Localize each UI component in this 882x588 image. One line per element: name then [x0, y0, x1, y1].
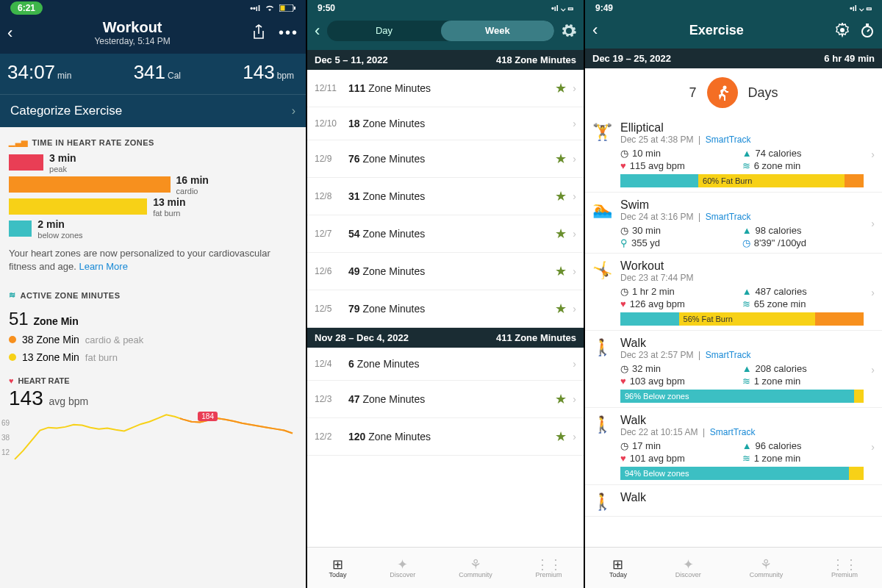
zone-label: 3 min	[49, 152, 76, 164]
zone-minutes-row[interactable]: 12/7 54 Zone Minutes ★ ›	[307, 215, 584, 253]
azm-total: 51 Zone Min	[0, 304, 306, 331]
status-bar: 9:49 •ıl ⌵ ▭	[585, 0, 882, 16]
exercise-stats: ◷ 17 min ▲ 96 calories ♥ 101 avg bpm ≋ 1…	[620, 440, 864, 464]
week-range: Nov 28 – Dec 4, 2022	[315, 332, 409, 343]
zone-label: 16 min	[176, 174, 209, 186]
exercise-timestamp: Dec 23 at 2:57 PM | SmartTrack	[620, 350, 864, 360]
exercise-timestamp: Dec 25 at 4:38 PM | SmartTrack	[620, 135, 864, 145]
azm-value: 13 Zone Min	[22, 351, 79, 363]
status-icons: •ıl ⌵ ▭	[551, 4, 573, 13]
stat-calories: ▲ 208 calories	[742, 363, 864, 374]
tab-bar: ⊞Today ✦Discover ⚘Community ⋮⋮Premium	[307, 547, 584, 588]
segment-day[interactable]: Day	[327, 21, 440, 41]
stat-calories: ▲ 74 calories	[742, 148, 864, 159]
stopwatch-icon[interactable]	[860, 23, 875, 37]
zone-bar: 94% Below zones	[620, 467, 864, 480]
azm-value: 38 Zone Min	[22, 334, 79, 345]
page-title: Workout	[12, 19, 252, 36]
learn-more-link[interactable]: Learn More	[79, 261, 127, 272]
azm-label: cardio & peak	[85, 334, 144, 345]
stat-duration: ◷ 10 min	[620, 148, 742, 159]
row-value: 31 Zone Minutes	[348, 190, 549, 202]
exercise-item[interactable]: 🚶 Walk Dec 23 at 2:57 PM | SmartTrack ◷ …	[585, 331, 882, 408]
exercise-title: Swim	[620, 198, 864, 212]
tab-premium[interactable]: ⋮⋮Premium	[831, 558, 858, 578]
zone-minutes-row[interactable]: 12/8 31 Zone Minutes ★ ›	[307, 178, 584, 215]
zone-minutes-row[interactable]: 12/3 47 Zone Minutes ★ ›	[307, 381, 584, 418]
exercise-timestamp: Dec 22 at 10:15 AM | SmartTrack	[620, 427, 864, 437]
zone-minutes-row[interactable]: 12/6 49 Zone Minutes ★ ›	[307, 253, 584, 290]
row-date: 12/7	[315, 229, 348, 239]
zone-minutes-row[interactable]: 12/10 18 Zone Minutes ›	[307, 107, 584, 140]
tab-bar: ⊞Today ✦Discover ⚘Community ⋮⋮Premium	[585, 547, 882, 588]
stat-right: ≋ 1 zone min	[742, 376, 864, 387]
tab-premium[interactable]: ⋮⋮Premium	[536, 558, 562, 578]
hr-line	[0, 413, 306, 465]
tab-discover[interactable]: ✦Discover	[675, 558, 701, 578]
categorize-row[interactable]: Categorize Exercise ›	[0, 94, 306, 127]
exercise-item[interactable]: 🚶 Walk Dec 22 at 10:15 AM | SmartTrack ◷…	[585, 408, 882, 485]
exercise-icon: 🏋	[592, 121, 613, 187]
back-button[interactable]: ‹	[315, 21, 320, 40]
zone-segment: 94% Below zones	[620, 467, 849, 480]
tab-today[interactable]: ⊞Today	[609, 558, 627, 578]
more-icon[interactable]: •••	[279, 24, 298, 41]
exercise-stats: ◷ 10 min ▲ 74 calories ♥ 115 avg bpm ≋ 6…	[620, 148, 864, 171]
exercise-item[interactable]: 🤸 Workout Dec 23 at 7:44 PM ◷ 1 hr 2 min…	[585, 254, 882, 331]
row-date: 12/3	[315, 394, 348, 404]
tab-community[interactable]: ⚘Community	[750, 558, 784, 578]
tab-community[interactable]: ⚘Community	[459, 558, 492, 578]
zone-sublabel: peak	[49, 165, 76, 173]
zone-segment	[845, 174, 864, 187]
status-icons: ••ıl	[250, 4, 295, 12]
azm-section-title: ≋ ACTIVE ZONE MINUTES	[0, 280, 306, 304]
svg-point-3	[840, 28, 845, 32]
back-button[interactable]: ‹	[592, 21, 598, 40]
hr-ytick: 12	[1, 448, 10, 456]
header: ‹ Workout Yesterday, 5:14 PM •••	[0, 16, 306, 54]
chevron-right-icon: ›	[573, 82, 576, 94]
week-total: 418 Zone Minutes	[496, 54, 576, 65]
azm-label: fat burn	[85, 352, 118, 363]
chevron-right-icon: ›	[573, 303, 576, 315]
week-header: Dec 19 – 25, 2022 6 hr 49 min	[585, 49, 882, 68]
tab-today[interactable]: ⊞Today	[329, 558, 346, 578]
row-date: 12/6	[315, 266, 348, 276]
zone-row: 3 min peak	[0, 151, 306, 173]
exercise-item[interactable]: 🚶 Walk	[585, 485, 882, 517]
status-icons: •ıl ⌵ ▭	[850, 4, 872, 13]
chevron-right-icon: ›	[871, 148, 875, 160]
zone-minutes-row[interactable]: 12/2 120 Zone Minutes ★ ›	[307, 418, 584, 456]
zone-minutes-row[interactable]: 12/9 76 Zone Minutes ★ ›	[307, 140, 584, 178]
gear-icon[interactable]	[562, 24, 576, 38]
zone-minutes-row[interactable]: 12/5 79 Zone Minutes ★ ›	[307, 290, 584, 328]
exercise-timestamp: Dec 24 at 3:16 PM | SmartTrack	[620, 212, 864, 222]
zone-minutes-row[interactable]: 12/4 6 Zone Minutes ›	[307, 348, 584, 381]
week-range: Dec 5 – 11, 2022	[315, 54, 388, 65]
day-week-segment[interactable]: Day Week	[327, 21, 554, 41]
gear-icon[interactable]	[835, 23, 850, 37]
exercise-title: Walk	[620, 491, 875, 504]
stat-left: ♥ 101 avg bpm	[620, 453, 742, 464]
bpm-metric: 143bpm	[243, 61, 294, 84]
tab-discover[interactable]: ✦Discover	[390, 558, 415, 578]
status-bar: 6:21 ••ıl	[0, 0, 306, 16]
chevron-right-icon: ›	[573, 153, 576, 165]
segment-week[interactable]: Week	[441, 21, 554, 41]
stat-left: ♥ 115 avg bpm	[620, 160, 742, 171]
zone-minutes-row[interactable]: 12/11 111 Zone Minutes ★ ›	[307, 70, 584, 107]
zone-label: 13 min	[153, 196, 185, 208]
exercise-item[interactable]: 🏊 Swim Dec 24 at 3:16 PM | SmartTrack ◷ …	[585, 193, 882, 254]
zones-section-title: ▁▃▅ TIME IN HEART RATE ZONES	[0, 127, 306, 151]
zone-row: 16 min cardio	[0, 173, 306, 196]
share-icon[interactable]	[252, 24, 265, 41]
hr-ytick: 38	[1, 434, 10, 442]
exercise-item[interactable]: 🏋 Elliptical Dec 25 at 4:38 PM | SmartTr…	[585, 115, 882, 193]
back-button[interactable]: ‹	[7, 24, 12, 43]
chevron-right-icon: ›	[573, 118, 576, 129]
stat-calories: ▲ 487 calories	[742, 286, 864, 297]
chevron-right-icon: ›	[871, 287, 875, 298]
week-total: 6 hr 49 min	[824, 53, 875, 64]
zone-row: 13 min fat burn	[0, 196, 306, 218]
zone-sublabel: fat burn	[153, 209, 185, 218]
